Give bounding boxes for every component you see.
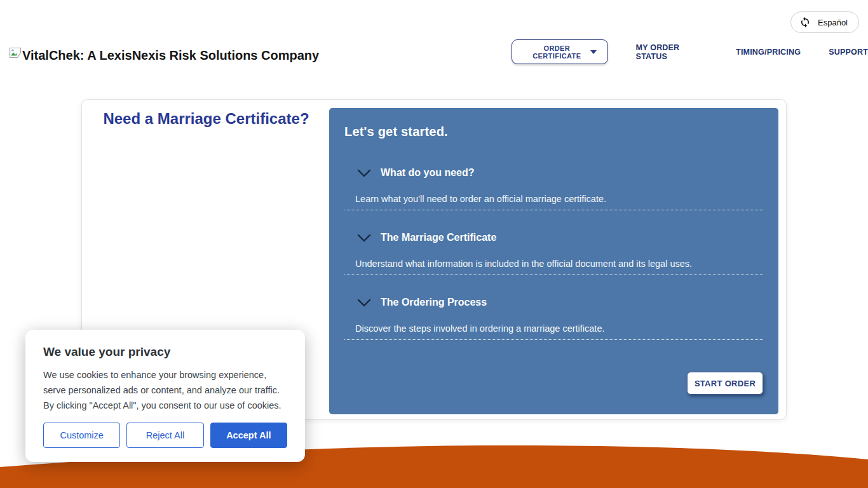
main-nav: ORDER CERTIFICATE MY ORDER STATUS TIMING… [512,39,868,64]
nav-my-order-status[interactable]: MY ORDER STATUS [636,43,708,61]
accept-all-button[interactable]: Accept All [210,423,287,448]
language-button[interactable]: Español [790,11,859,33]
accordion-description: Learn what you'll need to order an offic… [355,194,763,204]
separator [344,274,763,275]
accordion-description: Understand what information is included … [355,259,763,269]
chevron-down-icon [357,299,371,307]
sync-icon [799,17,811,28]
cookie-buttons-row: Customize Reject All Accept All [43,423,287,448]
accordion-label: The Marriage Certificate [381,232,496,243]
cookie-dialog-message: We use cookies to enhance your browsing … [43,367,287,413]
accordion-what-do-you-need[interactable]: What do you need? [357,167,763,179]
start-order-button[interactable]: START ORDER [687,372,763,395]
order-certificate-dropdown[interactable]: ORDER CERTIFICATE [512,39,608,64]
page-title: Need a Marriage Certificate? [82,110,330,128]
site-logo[interactable]: VitalChek: A LexisNexis Risk Solutions C… [9,46,319,65]
get-started-panel: Let's get started. What do you need? Lea… [329,108,778,414]
order-certificate-label: ORDER CERTIFICATE [524,44,590,60]
page: Español VitalChek: A LexisNexis Risk Sol… [0,0,868,488]
broken-image-icon [9,47,22,58]
logo-alt-text: VitalChek: A LexisNexis Risk Solutions C… [22,46,319,65]
accordion-label: What do you need? [381,167,475,179]
cookie-consent-dialog: We value your privacy We use cookies to … [25,330,305,462]
accordion-label: The Ordering Process [381,297,487,308]
cookie-dialog-title: We value your privacy [43,345,287,359]
panel-title: Let's get started. [344,125,763,139]
nav-support[interactable]: SUPPORT [829,48,868,57]
chevron-down-icon [357,169,371,177]
accordion-ordering-process[interactable]: The Ordering Process [357,297,763,308]
caret-down-icon [590,50,597,54]
separator [344,339,763,340]
customize-button[interactable]: Customize [43,423,120,448]
reject-all-button[interactable]: Reject All [126,423,203,448]
separator [344,210,763,210]
accordion-description: Discover the steps involved in ordering … [355,323,763,334]
nav-timing-pricing[interactable]: TIMING/PRICING [736,48,801,57]
chevron-down-icon [357,234,371,242]
accordion-marriage-certificate[interactable]: The Marriage Certificate [357,232,763,243]
language-label: Español [818,18,848,27]
